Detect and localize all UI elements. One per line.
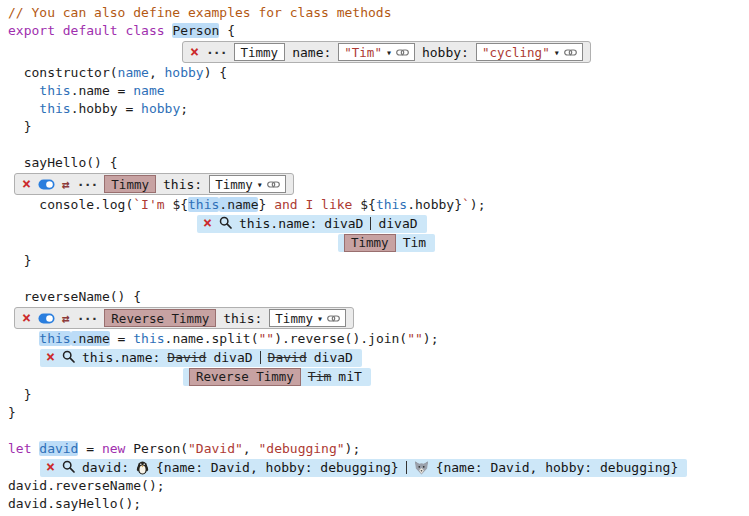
code-line: } [8,386,749,404]
code-token: } [8,405,16,420]
blank-line [8,422,749,440]
close-icon[interactable]: × [46,460,55,475]
close-icon[interactable]: × [22,177,31,192]
value-separator [260,351,261,364]
code-token: constructor( [8,65,118,80]
swap-arrows-icon[interactable]: ⇄ [62,312,70,325]
inspect-button[interactable] [62,350,75,365]
close-icon[interactable]: × [22,311,31,326]
wolf-icon [414,461,429,475]
link-icon [327,314,340,323]
value-separator [370,217,371,230]
widget-bar-row: ×···Timmyname:"Tim"▾hobby:"cycling"▾ [8,40,749,64]
code-token: `I'm [133,197,172,212]
code-token: and I like [266,197,360,212]
dropdown-value: "Tim" [344,45,382,60]
code-token: ); [345,441,361,456]
code-token: .name.split( [165,331,259,346]
result-value: {name: David, hobby: debugging} [156,460,399,475]
code-token: .hobby [407,197,454,212]
example-chip[interactable]: Timmy [344,234,396,252]
code-token: , [149,65,165,80]
code-token: name [118,65,149,80]
code-line: export default class Person { [8,22,749,40]
more-options-button[interactable]: ··· [77,178,97,191]
code-token: // You can also define examples for clas… [8,5,392,20]
value-dropdown[interactable]: "Tim"▾ [338,43,415,61]
code-token: console.log( [8,197,133,212]
code-line: this.name = this.name.split("").reverse(… [8,330,749,348]
code-token: } [454,197,462,212]
code-token: ; [180,101,188,116]
result-label: this.name: [239,216,317,231]
inline-result-row: ×david:{name: David, hobby: debugging}{n… [8,458,749,477]
code-line: david.reverseName(); [8,477,749,495]
inline-result: ×this.name:DaviddivaDDaviddivaD [40,349,362,367]
value-dropdown[interactable]: Timmy▾ [209,175,286,193]
code-token: { [219,23,235,38]
result-value: divaD [324,216,363,231]
code-token: hobby [141,101,180,116]
code-token [8,83,39,98]
close-icon[interactable]: × [46,350,55,365]
code-token: ${ [172,197,188,212]
chevron-down-icon: ▾ [554,47,560,58]
code-line: } [8,118,749,136]
chevron-down-icon: ▾ [257,179,263,190]
inspect-button[interactable] [62,460,75,475]
toggle-on-icon[interactable] [38,179,55,190]
code-token: "debugging" [259,441,345,456]
code-token: ); [470,197,486,212]
code-token: reverseName() { [8,289,141,304]
field-label: hobby: [422,45,469,60]
code-token: } [8,253,31,268]
code-token [8,101,39,116]
value-dropdown[interactable]: Timmy▾ [269,309,346,327]
example-widget-toolbar: ×⇄···Reverse Timmythis:Timmy▾ [14,307,354,329]
close-icon[interactable]: × [190,45,199,60]
result-label: david: [82,460,129,475]
code-line: // You can also define examples for clas… [8,4,749,22]
inline-result-row: TimmyTim [8,233,749,252]
blank-line [8,136,749,154]
code-line: this.name = name [8,82,749,100]
code-token: = [78,441,101,456]
code-token: } [8,387,31,402]
field-label: this: [223,311,262,326]
value-separator [406,461,407,474]
code-token: this [39,83,70,98]
code-token: ); [423,331,439,346]
code-token: david.reverseName(); [8,478,165,493]
dropdown-value: Timmy [275,311,313,326]
example-chip[interactable]: Reverse Timmy [104,309,216,327]
code-token: this [39,101,70,116]
code-line: } [8,404,749,422]
swap-arrows-icon[interactable]: ⇄ [62,178,70,191]
result-old-value: David [268,350,307,365]
example-chip[interactable]: Timmy [104,175,156,193]
example-chip[interactable]: Timmy [234,43,286,61]
inspect-button[interactable] [219,216,232,231]
widget-bar-row: ×⇄···Reverse Timmythis:Timmy▾ [8,306,749,330]
value-dropdown[interactable]: "cycling"▾ [476,43,583,61]
inline-result: ×david:{name: David, hobby: debugging}{n… [40,459,687,477]
widget-bar-row: ×⇄···Timmythis:Timmy▾ [8,172,749,196]
result-value: Tim [403,235,426,250]
code-token: this [376,197,407,212]
result-value: miT [338,369,361,384]
code-line: constructor(name, hobby) { [8,64,749,82]
example-chip[interactable]: Reverse Timmy [189,368,301,386]
more-options-button[interactable]: ··· [206,46,226,59]
code-token: name [133,83,164,98]
code-line: let david = new Person("David", "debuggi… [8,440,749,458]
dropdown-value: Timmy [215,177,253,192]
close-icon[interactable]: × [203,216,212,231]
code-line: reverseName() { [8,288,749,306]
link-icon [267,180,280,189]
more-options-button[interactable]: ··· [77,312,97,325]
code-token: .name [71,331,110,346]
code-token: this [39,331,70,346]
code-token: "David" [188,441,243,456]
code-token: = [110,331,133,346]
toggle-on-icon[interactable] [38,313,55,324]
